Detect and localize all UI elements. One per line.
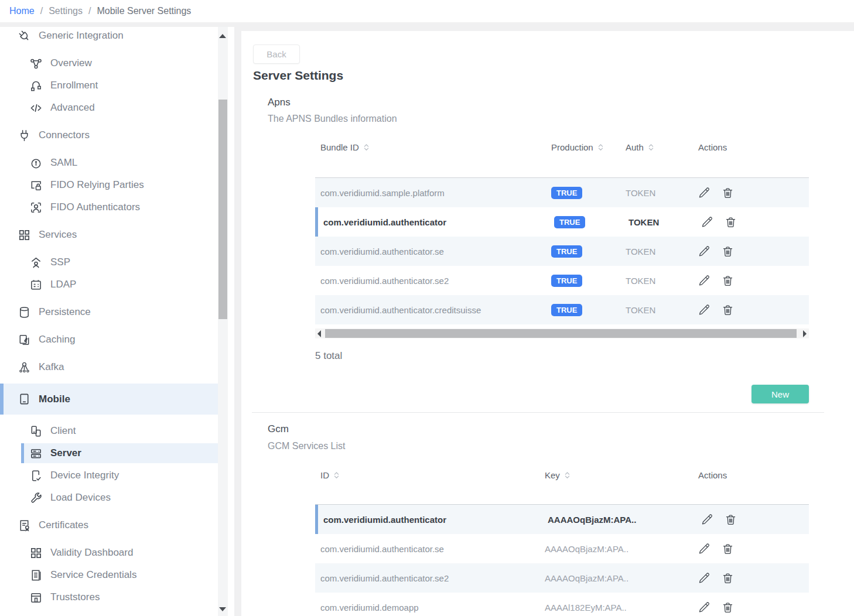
code-icon bbox=[29, 101, 43, 115]
sidebar-item-mobile[interactable]: Mobile bbox=[0, 384, 218, 415]
sidebar-item-device-integrity[interactable]: Device Integrity bbox=[0, 464, 218, 487]
sidebar-item-services[interactable]: Services bbox=[0, 224, 218, 246]
delete-icon[interactable] bbox=[722, 187, 734, 199]
column-header-actions: Actions bbox=[691, 142, 809, 152]
apns-section-description: The APNS Bundles information bbox=[268, 114, 397, 124]
back-button[interactable]: Back bbox=[253, 45, 300, 64]
scroll-left-icon[interactable] bbox=[317, 330, 321, 337]
delete-icon[interactable] bbox=[722, 543, 734, 555]
sidebar-item-client[interactable]: Client bbox=[0, 420, 218, 442]
table-row[interactable]: com.veridiumid.authenticator.creditsuiss… bbox=[315, 295, 809, 324]
breadcrumb-home-link[interactable]: Home bbox=[9, 6, 35, 16]
table-row-selected[interactable]: com.veridiumid.authenticator TRUE TOKEN bbox=[315, 207, 809, 237]
tablet-icon bbox=[18, 392, 31, 406]
edit-icon[interactable] bbox=[701, 216, 713, 228]
contact-card-icon bbox=[29, 278, 43, 292]
scroll-down-icon[interactable] bbox=[219, 607, 226, 611]
table-row[interactable]: com.veridiumid.authenticator.se AAAAOqBj… bbox=[315, 534, 809, 563]
sidebar-item-truststores[interactable]: Truststores bbox=[0, 586, 218, 608]
delete-icon[interactable] bbox=[722, 304, 734, 316]
table-row[interactable]: com.veridiumid.authenticator.se TRUE TOK… bbox=[315, 237, 809, 266]
delete-icon[interactable] bbox=[722, 245, 734, 258]
sidebar-item-overview[interactable]: Overview bbox=[0, 52, 218, 74]
column-header-auth[interactable]: Auth bbox=[621, 142, 691, 152]
page-title: Server Settings bbox=[253, 69, 343, 83]
sidebar-item-generic-integration[interactable]: Generic Integration bbox=[0, 27, 218, 47]
sidebar: Generic Integration Overview Enrollment … bbox=[0, 27, 234, 616]
scroll-up-icon[interactable] bbox=[219, 34, 226, 38]
sidebar-item-ssp[interactable]: SSP bbox=[0, 251, 218, 273]
sidebar-item-saml[interactable]: SAML bbox=[0, 152, 218, 174]
gcm-section-description: GCM Services List bbox=[268, 441, 345, 451]
production-badge: TRUE bbox=[554, 216, 585, 228]
node-tree-icon bbox=[18, 361, 31, 374]
table-row[interactable]: com.veridiumid.authenticator.se2 TRUE TO… bbox=[315, 266, 809, 295]
scrollbar-thumb[interactable] bbox=[325, 329, 797, 338]
sidebar-item-caching[interactable]: Caching bbox=[0, 328, 218, 351]
sidebar-item-fido-authenticators[interactable]: FIDO Authenticators bbox=[0, 196, 218, 218]
breadcrumb-separator: / bbox=[40, 6, 43, 16]
new-button[interactable]: New bbox=[751, 385, 809, 403]
breadcrumb-current: Mobile Server Settings bbox=[97, 6, 191, 16]
delete-icon[interactable] bbox=[722, 601, 734, 614]
column-header-bundle-id[interactable]: Bundle ID bbox=[315, 142, 545, 152]
sort-icon[interactable] bbox=[564, 471, 571, 480]
breadcrumb-settings: Settings bbox=[49, 6, 83, 16]
sort-icon[interactable] bbox=[648, 143, 654, 152]
apns-table: com.veridiumid.sample.platform TRUE TOKE… bbox=[315, 178, 809, 324]
sort-icon[interactable] bbox=[597, 143, 604, 152]
server-stack-icon bbox=[29, 447, 43, 460]
main-panel: Back Server Settings Apns The APNS Bundl… bbox=[241, 31, 854, 616]
horizontal-scrollbar[interactable] bbox=[315, 328, 809, 338]
edit-icon[interactable] bbox=[698, 572, 710, 584]
column-header-id[interactable]: ID bbox=[315, 470, 539, 480]
edit-icon[interactable] bbox=[698, 187, 710, 199]
sort-icon[interactable] bbox=[333, 471, 340, 480]
edit-icon[interactable] bbox=[698, 601, 710, 614]
sidebar-item-enrollment[interactable]: Enrollment bbox=[0, 74, 218, 97]
table-row-selected[interactable]: com.veridiumid.authenticator AAAAOqBjazM… bbox=[315, 505, 809, 534]
table-row[interactable]: com.veridiumid.demoapp AAAAl182EyM:APA.. bbox=[315, 593, 809, 616]
scroll-right-icon[interactable] bbox=[803, 330, 807, 337]
column-header-actions: Actions bbox=[691, 470, 809, 480]
breadcrumb: Home / Settings / Mobile Server Settings bbox=[0, 0, 854, 22]
edit-icon[interactable] bbox=[698, 543, 710, 555]
sidebar-item-load-devices[interactable]: Load Devices bbox=[0, 487, 218, 509]
scrollbar-thumb[interactable] bbox=[218, 100, 227, 319]
database-icon bbox=[18, 306, 31, 319]
table-row[interactable]: com.veridiumid.authenticator.se2 AAAAOqB… bbox=[315, 563, 809, 593]
delete-icon[interactable] bbox=[722, 275, 734, 287]
delete-icon[interactable] bbox=[725, 216, 737, 228]
phones-icon bbox=[29, 425, 43, 438]
edit-icon[interactable] bbox=[698, 245, 710, 258]
delete-icon[interactable] bbox=[725, 514, 737, 526]
plug-icon bbox=[18, 129, 31, 142]
table-row[interactable]: com.veridiumid.sample.platform TRUE TOKE… bbox=[315, 178, 809, 207]
wrench-icon bbox=[29, 491, 43, 505]
apns-table-header: Bundle ID Production Auth Actions bbox=[315, 142, 809, 152]
sidebar-item-connectors[interactable]: Connectors bbox=[0, 124, 218, 146]
grid-icon bbox=[29, 546, 43, 560]
sort-icon[interactable] bbox=[363, 143, 370, 152]
delete-icon[interactable] bbox=[722, 572, 734, 584]
sidebar-item-ldap[interactable]: LDAP bbox=[0, 273, 218, 296]
sidebar-item-fido-relying-parties[interactable]: FIDO Relying Parties bbox=[0, 174, 218, 196]
doc-lines-icon bbox=[29, 569, 43, 582]
sidebar-item-service-credentials[interactable]: Service Credentials bbox=[0, 564, 218, 586]
sidebar-item-persistence[interactable]: Persistence bbox=[0, 301, 218, 323]
sidebar-item-advanced[interactable]: Advanced bbox=[0, 97, 218, 119]
sidebar-item-server[interactable]: Server bbox=[21, 443, 218, 463]
production-badge: TRUE bbox=[551, 275, 582, 287]
column-header-production[interactable]: Production bbox=[545, 142, 621, 152]
edit-icon[interactable] bbox=[698, 275, 710, 287]
column-header-key[interactable]: Key bbox=[539, 470, 691, 480]
apns-section-heading: Apns bbox=[268, 97, 291, 108]
edit-icon[interactable] bbox=[698, 304, 710, 316]
sidebar-item-certificates[interactable]: Certificates bbox=[0, 514, 218, 536]
sidebar-item-kafka[interactable]: Kafka bbox=[0, 356, 218, 378]
edit-icon[interactable] bbox=[701, 514, 713, 526]
sidebar-item-validity-dashboard[interactable]: Validity Dashboard bbox=[0, 542, 218, 564]
screen-lock-icon bbox=[29, 179, 43, 192]
sidebar-scrollbar[interactable] bbox=[218, 27, 228, 616]
safe-icon bbox=[29, 591, 43, 604]
